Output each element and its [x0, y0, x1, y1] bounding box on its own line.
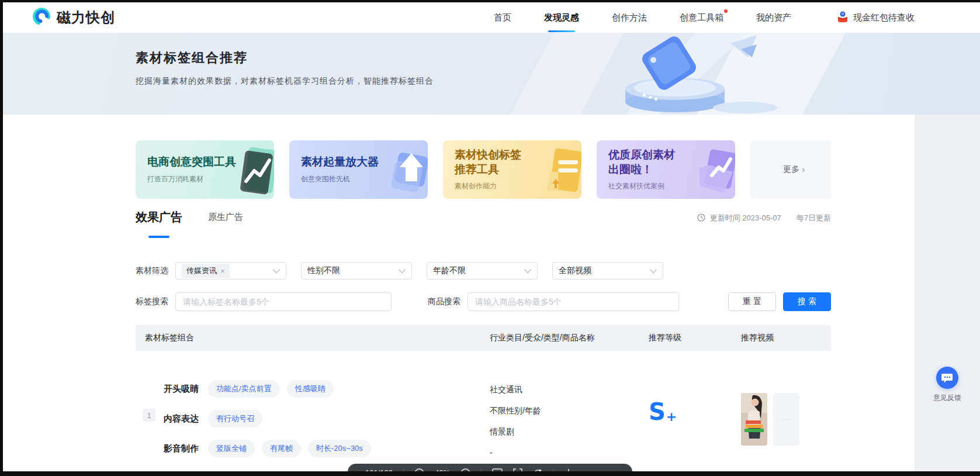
tag-chip: 有行动号召 — [208, 410, 262, 427]
side-area: 意见反馈 — [915, 115, 980, 471]
arrow-up-icon — [385, 145, 428, 198]
video-type-select[interactable]: 全部视频 — [552, 262, 663, 280]
filter-label: 素材筛选 — [136, 265, 171, 276]
feedback-chat-icon[interactable] — [936, 367, 958, 389]
rotate-icon[interactable] — [533, 468, 542, 471]
update-info: 更新时间 2023-05-07 每7日更新 — [697, 213, 831, 223]
nav-item-assets[interactable]: 我的资产 — [756, 2, 791, 33]
toolbar-divider — [403, 469, 404, 471]
notification-dot — [724, 9, 728, 13]
tag-chip: 竖版全铺 — [208, 440, 255, 457]
active-tab-underline — [548, 30, 575, 32]
chevron-right-icon: › — [802, 164, 805, 175]
hero-banner: 素材标签组合推荐 挖掘海量素材的效果数据，对素材标签机器学习组合分析，智能推荐标… — [3, 33, 980, 115]
industry-select[interactable]: 传媒资讯 × — [175, 262, 286, 280]
video-thumbnail[interactable] — [741, 393, 767, 446]
ad-type-tabs: 效果广告 原生广告 更新时间 2023-05-07 — [136, 209, 831, 242]
industry-line: 不限性别/年龄 — [490, 400, 646, 421]
ellipsis-icon: ··· — [781, 416, 791, 423]
col-header-video: 推荐视频 — [739, 333, 831, 343]
wallet-label: 现金红包待查收 — [853, 12, 915, 23]
hero-3d-illustration-icon — [555, 33, 777, 115]
table-row: 1 开头吸睛 功能点/卖点前置 性感吸睛 内容表达 有行动号召 影音制作 — [136, 351, 831, 470]
tag-chip: 功能点/卖点前置 — [208, 380, 280, 398]
tab-underline — [148, 236, 169, 238]
tab-native-ads[interactable]: 原生广告 — [208, 212, 243, 223]
nav-item-discover[interactable]: 发现灵感 — [544, 2, 579, 33]
nav-item-methods[interactable]: 创作方法 — [612, 2, 647, 33]
industry-line: - — [490, 442, 646, 463]
main-content: 电商创意突围工具 打造百万消耗素材 素材起量放大器 创意突围抢先机 — [3, 115, 915, 471]
cash-redpacket-entry[interactable]: 现金红包待查收 — [837, 11, 915, 25]
update-time: 更新时间 2023-05-07 — [710, 213, 781, 223]
top-nav: 磁力快创 首页 发现灵感 创作方法 创意工具箱 我的资产 — [3, 2, 980, 33]
table-header: 素材标签组合 行业类目/受众/类型/商品名称 推荐等级 推荐视频 — [136, 325, 831, 351]
nav-item-home[interactable]: 首页 — [494, 2, 511, 33]
chevron-down-icon — [399, 265, 406, 276]
product-search-input[interactable] — [468, 292, 679, 311]
cell-grade: S+ — [646, 351, 739, 470]
zoom-in-icon[interactable] — [414, 468, 424, 471]
search-row: 标签搜索 商品搜索 重置 搜索 — [136, 292, 831, 311]
reset-button[interactable]: 重置 — [728, 292, 776, 311]
page-indicator: 101/120 — [365, 468, 393, 471]
tag-search-label: 标签搜索 — [136, 296, 171, 307]
tab-effect-ads[interactable]: 效果广告 — [136, 209, 182, 240]
chart-doc-icon — [231, 145, 274, 198]
tag-chip: 时长-20s~30s — [308, 440, 371, 457]
more-videos-button[interactable]: ··· — [773, 393, 799, 446]
feedback-label: 意见反馈 — [932, 393, 962, 403]
update-cycle: 每7日更新 — [797, 213, 831, 223]
group-label-content: 内容表达 — [164, 413, 201, 425]
selected-industry-tag: 传媒资讯 × — [182, 264, 230, 278]
fullscreen-icon[interactable] — [513, 468, 522, 471]
product-search-label: 商品搜索 — [428, 296, 463, 307]
promo-card-amplifier[interactable]: 素材起量放大器 创意突围抢先机 — [289, 140, 428, 199]
page-title: 素材标签组合推荐 — [136, 49, 434, 67]
col-header-combo: 素材标签组合 — [136, 333, 490, 343]
zoom-level: 49% — [435, 468, 450, 471]
cell-recommended-video: ··· — [739, 351, 831, 470]
fit-width-icon[interactable] — [492, 468, 503, 471]
promo-card-ecommerce[interactable]: 电商创意突围工具 打造百万消耗素材 — [136, 140, 274, 199]
zoom-out-icon[interactable] — [460, 468, 470, 471]
tag-chip: 有尾帧 — [262, 440, 301, 457]
nav-menu: 首页 发现灵感 创作方法 创意工具箱 我的资产 — [494, 2, 791, 33]
material-filter-row: 素材筛选 传媒资讯 × 性别不限 — [136, 262, 831, 280]
col-header-grade: 推荐等级 — [646, 333, 739, 343]
more-cards-button[interactable]: 更多 › — [750, 140, 831, 199]
chevron-down-icon — [524, 265, 531, 276]
logo-text: 磁力快创 — [57, 8, 115, 27]
browser-viewport: 磁力快创 首页 发现灵感 创作方法 创意工具箱 我的资产 — [3, 2, 980, 471]
grade-badge: S+ — [649, 400, 739, 423]
download-icon[interactable] — [564, 468, 573, 471]
promo-card-carousel: 电商创意突围工具 打造百万消耗素材 素材起量放大器 创意突围抢先机 — [136, 115, 831, 199]
search-button[interactable]: 搜索 — [783, 292, 831, 311]
chevron-down-icon — [650, 265, 657, 276]
magnet-logo-icon — [32, 6, 52, 29]
logo[interactable]: 磁力快创 — [32, 6, 115, 29]
feedback-widget[interactable]: 意见反馈 — [932, 367, 962, 403]
age-select[interactable]: 年龄不限 — [427, 262, 538, 280]
viewer-toolbar: 101/120 49% — [348, 464, 632, 471]
promo-card-original[interactable]: 优质原创素材出圈啦！ 社交素材扶优案例 — [597, 140, 735, 199]
tag-chip: 性感吸睛 — [287, 380, 334, 398]
chevron-down-icon — [273, 265, 280, 276]
group-label-production: 影音制作 — [164, 443, 201, 454]
cell-industry: 社交通讯 不限性别/年龄 情景剧 - — [490, 351, 646, 470]
tag-close-icon[interactable]: × — [220, 267, 225, 275]
page-subtitle: 挖掘海量素材的效果数据，对素材标签机器学习组合分析，智能推荐标签组合 — [136, 76, 434, 87]
industry-line: 情景剧 — [490, 421, 646, 442]
col-header-industry: 行业类目/受众/类型/商品名称 — [490, 333, 646, 343]
clock-icon — [697, 213, 705, 223]
industry-line: 社交通讯 — [490, 379, 646, 400]
gender-select[interactable]: 性别不限 — [301, 262, 412, 280]
tag-search-input[interactable] — [175, 292, 392, 311]
red-envelope-icon — [837, 11, 849, 25]
toolbar-divider — [553, 469, 553, 471]
cell-tag-combo: 1 开头吸睛 功能点/卖点前置 性感吸睛 内容表达 有行动号召 影音制作 — [136, 351, 490, 470]
group-label-opening: 开头吸睛 — [164, 384, 201, 395]
nav-item-toolbox[interactable]: 创意工具箱 — [680, 2, 723, 33]
row-index-badge: 1 — [143, 409, 155, 422]
promo-card-tag-tool[interactable]: 素材快创标签推荐工具 素材创作能力 — [443, 140, 581, 199]
